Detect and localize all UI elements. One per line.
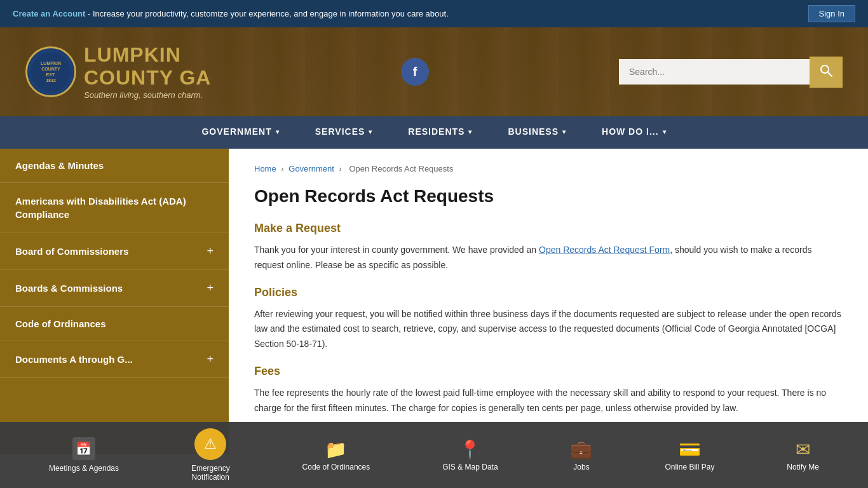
breadcrumb-separator2: › (339, 164, 344, 173)
chevron-down-icon: ▾ (276, 128, 280, 135)
county-seal: LUMPKINCOUNTYEST.1832 (25, 46, 76, 97)
search-button[interactable] (810, 57, 843, 88)
top-banner: Create an Account - Increase your produc… (0, 0, 868, 27)
chevron-down-icon: ▾ (663, 128, 667, 135)
warning-icon: ⚠ (194, 428, 226, 454)
briefcase-icon: 💼 (570, 439, 592, 454)
search-icon (820, 64, 832, 77)
nav-services[interactable]: SERVICES ▾ (297, 116, 391, 149)
section-fees-title: Fees (254, 365, 843, 378)
breadcrumb-current: Open Records Act Requests (349, 164, 453, 173)
envelope-icon: ✉ (796, 439, 810, 454)
quick-link-code-of-ordinances[interactable]: 📁 Code of Ordinances (302, 439, 370, 454)
open-records-form-link[interactable]: Open Records Act Request Form (539, 245, 670, 255)
quick-link-bill-pay[interactable]: 💳 Online Bill Pay (665, 439, 714, 454)
svg-point-0 (821, 65, 829, 73)
section-policies-text: After reviewing your request, you will b… (254, 307, 843, 352)
site-header: LUMPKINCOUNTYEST.1832 LUMPKIN COUNTY GA … (0, 27, 868, 116)
breadcrumb: Home › Government › Open Records Act Req… (254, 164, 843, 173)
sidebar: Agendas & Minutes Americans with Disabil… (0, 149, 229, 454)
county-name: LUMPKIN COUNTY GA (84, 44, 211, 88)
expand-icon: + (207, 245, 214, 258)
svg-line-1 (828, 72, 832, 76)
main-layout: Agendas & Minutes Americans with Disabil… (0, 149, 868, 454)
nav-business[interactable]: BUSINESS ▾ (490, 116, 584, 149)
breadcrumb-government[interactable]: Government (288, 164, 334, 173)
county-tagline: Southern living, southern charm. (84, 90, 211, 100)
chevron-down-icon: ▾ (468, 128, 472, 135)
quick-links-bar: 📅 Meetings & Agendas ⚠ Emergency Notific… (0, 422, 868, 454)
sidebar-item-code-of-ordinances[interactable]: Code of Ordinances (0, 307, 229, 341)
quick-link-gis[interactable]: 📍 GIS & Map Data (442, 439, 498, 454)
expand-icon: + (207, 281, 214, 295)
nav-how-do-i[interactable]: HOW DO I... ▾ (584, 116, 684, 149)
sidebar-item-boards-commissions[interactable]: Boards & Commissions + (0, 270, 229, 307)
breadcrumb-home[interactable]: Home (254, 164, 276, 173)
section-fees-text: The fee represents the hourly rate of th… (254, 386, 843, 416)
expand-icon: + (207, 353, 214, 366)
sidebar-item-board-of-commissioners[interactable]: Board of Commissioners + (0, 233, 229, 270)
seal-inner: LUMPKINCOUNTYEST.1832 (29, 50, 73, 94)
nav-residents[interactable]: RESIDENTS ▾ (390, 116, 490, 149)
map-pin-icon: 📍 (459, 439, 481, 454)
section-policies-title: Policies (254, 286, 843, 299)
nav-government[interactable]: GOVERNMENT ▾ (184, 116, 297, 149)
quick-link-notify[interactable]: ✉ Notify Me (787, 439, 819, 454)
breadcrumb-separator: › (281, 164, 286, 173)
sign-in-button[interactable]: Sign In (808, 5, 855, 22)
banner-description: - Increase your productivity, customize … (85, 9, 448, 18)
section-make-request-title: Make a Request (254, 222, 843, 235)
chevron-down-icon: ▾ (562, 128, 566, 135)
card-icon: 💳 (679, 439, 701, 454)
main-navigation: GOVERNMENT ▾ SERVICES ▾ RESIDENTS ▾ BUSI… (0, 116, 868, 149)
chevron-down-icon: ▾ (369, 128, 372, 135)
create-account-link[interactable]: Create an Account (13, 9, 85, 18)
folder-icon: 📁 (325, 439, 347, 454)
logo-area[interactable]: LUMPKINCOUNTYEST.1832 LUMPKIN COUNTY GA … (25, 44, 211, 99)
facebook-button[interactable]: f (401, 58, 429, 86)
quick-link-emergency[interactable]: ⚠ Emergency Notification (191, 428, 230, 454)
quick-link-jobs[interactable]: 💼 Jobs (570, 439, 592, 454)
page-title: Open Records Act Requests (254, 186, 843, 207)
sidebar-item-documents-a-g[interactable]: Documents A through G... + (0, 341, 229, 378)
section-make-request-text: Thank you for your interest in county go… (254, 243, 843, 273)
search-area (619, 57, 843, 88)
quick-link-meetings[interactable]: 📅 Meetings & Agendas (49, 437, 119, 454)
search-input[interactable] (619, 59, 810, 85)
logo-text: LUMPKIN COUNTY GA Southern living, south… (84, 44, 211, 99)
sidebar-item-agendas[interactable]: Agendas & Minutes (0, 149, 229, 183)
sidebar-item-ada[interactable]: Americans with Disabilities Act (ADA) Co… (0, 183, 229, 233)
calendar-icon: 📅 (72, 437, 95, 454)
banner-text: Create an Account - Increase your produc… (13, 9, 449, 18)
main-content: Home › Government › Open Records Act Req… (229, 149, 868, 454)
